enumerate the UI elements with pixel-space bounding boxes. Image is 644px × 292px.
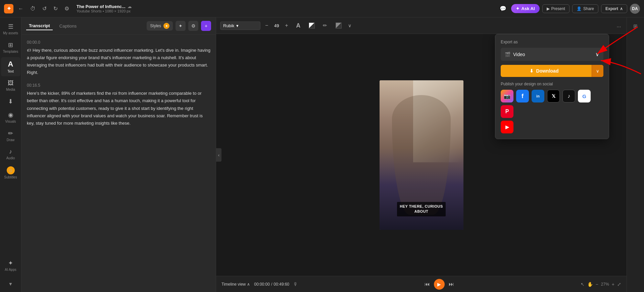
share-icon: 👤	[577, 6, 582, 11]
linkedin-icon: in	[536, 94, 540, 98]
layers-button[interactable]: ⊞	[630, 20, 642, 32]
instagram-icon: 📷	[504, 93, 510, 99]
transcript-add-button[interactable]: +	[201, 21, 211, 31]
zoom-out-button[interactable]: −	[596, 282, 598, 287]
cursor-tool-button[interactable]: ↖	[581, 282, 585, 287]
zoom-in-button[interactable]: +	[612, 282, 614, 287]
transcript-segment-0: 00:00.0 🏷Hey there, curious about the bu…	[27, 40, 210, 76]
tab-transcript[interactable]: Transcript	[26, 22, 53, 30]
social-icons-row: 📷 f in 𝕏 ♪	[501, 90, 603, 118]
font-selector[interactable]: Rubik ▾	[220, 22, 260, 30]
video-format-option[interactable]: 🎬 Video ∨	[501, 48, 603, 61]
facebook-icon: f	[522, 93, 524, 100]
chat-button[interactable]: 💬	[498, 4, 508, 13]
ask-ai-label: Ask AI	[522, 6, 535, 11]
video-format-label: Video	[513, 52, 525, 57]
rewind-button[interactable]: ⏮	[423, 280, 432, 289]
export-as-label: Export as	[501, 40, 603, 44]
translate-button[interactable]: ✦	[176, 21, 186, 31]
avatar: DA	[630, 4, 640, 14]
present-button[interactable]: ▶ Present	[542, 4, 569, 13]
canvas-more-button[interactable]: …	[615, 22, 623, 30]
social-pinterest-button[interactable]: P	[501, 105, 513, 118]
tab-captions[interactable]: Captions	[57, 22, 79, 30]
sidebar-item-subtitles[interactable]: ⊙ Subtitles	[1, 164, 20, 182]
sidebar-item-visuals[interactable]: ◉ Visuals	[1, 109, 20, 126]
social-tiktok-button[interactable]: ♪	[562, 90, 575, 102]
hand-tool-button[interactable]: ✋	[587, 282, 593, 287]
segment-time-0: 00:00.0	[27, 40, 210, 45]
collapse-panel-button[interactable]: ‹	[216, 148, 221, 162]
social-x-button[interactable]: 𝕏	[547, 90, 560, 102]
share-button[interactable]: 👤 Share	[572, 4, 598, 13]
transcript-segment-1: 00:16.5 Here's the kicker, 89% of market…	[27, 83, 210, 127]
color-fill-button-1[interactable]	[306, 20, 317, 31]
social-linkedin-button[interactable]: in	[532, 90, 544, 102]
title-area: The Power of Influenc... ☁ Youtube Short…	[74, 4, 495, 13]
font-size-increase-button[interactable]: +	[283, 22, 290, 29]
pen-tool-icon: ✏	[323, 23, 327, 29]
social-facebook-button[interactable]: f	[516, 90, 529, 102]
topbar: ✦ ← ⏱ ↺ ↻ ⚙ The Power of Influenc... ☁ Y…	[0, 0, 644, 17]
youtube-icon: ▶	[505, 124, 509, 130]
download-button[interactable]: ⬇ Download	[501, 65, 603, 77]
undo-button[interactable]: ↺	[40, 4, 49, 13]
timeline-view-button[interactable]: Timeline view ∧	[221, 282, 250, 287]
fast-forward-button[interactable]: ⏭	[447, 280, 456, 289]
transcript-header: Transcript Captions Styles ✦ ✦ ⚙ +	[21, 17, 216, 35]
text-format-icon: A	[296, 22, 300, 29]
export-label: Export	[605, 6, 618, 11]
ai-apps-icon: ✦	[8, 259, 13, 267]
social-google-button[interactable]: G	[578, 90, 591, 102]
redo-button[interactable]: ↻	[51, 4, 60, 13]
present-icon: ▶	[547, 6, 550, 11]
time-separator: /	[271, 282, 272, 287]
sidebar-item-text[interactable]: A Text	[1, 57, 20, 76]
sidebar-item-ai-apps[interactable]: ✦ AI Apps	[1, 257, 20, 275]
sidebar-item-my-assets[interactable]: ☰ My assets	[1, 20, 20, 38]
fullscreen-button[interactable]: ⤢	[617, 282, 621, 287]
video-option-left: 🎬 Video	[505, 52, 525, 57]
sidebar-item-audio[interactable]: ♪ Audio	[1, 145, 20, 163]
timeline-view-chevron-icon: ∧	[247, 282, 250, 287]
play-button[interactable]: ▶	[434, 279, 445, 290]
pen-tool-button[interactable]: ✏	[320, 20, 331, 31]
text-format-button[interactable]: A	[293, 20, 304, 31]
segment-text-0: 🏷Hey there, curious about the buzz aroun…	[27, 47, 210, 76]
segment-time-1: 00:16.5	[27, 83, 210, 88]
transcript-settings-button[interactable]: ⚙	[188, 21, 198, 31]
main-layout: ☰ My assets ⊞ Templates A Text 🖼 Media ⬇…	[0, 17, 644, 292]
social-instagram-button[interactable]: 📷	[501, 90, 513, 102]
sidebar-item-draw[interactable]: ✏ Draw	[1, 127, 20, 145]
export-dropdown: Export as 🎬 Video ∨ ⬇ Download ∨	[495, 34, 609, 139]
transcript-add-icon: +	[205, 23, 207, 29]
font-size-decrease-button[interactable]: −	[263, 22, 270, 29]
export-button[interactable]: Export ∧	[601, 4, 627, 13]
sidebar-label-media: Media	[6, 88, 15, 92]
color-fill-button-2[interactable]	[333, 20, 344, 31]
settings-button[interactable]: ⚙	[62, 4, 71, 13]
transcript-panel: Transcript Captions Styles ✦ ✦ ⚙ +	[21, 17, 216, 292]
social-youtube-button[interactable]: ▶	[501, 121, 513, 133]
ask-ai-button[interactable]: ✦ Ask AI	[511, 4, 540, 13]
layers-icon: ⊞	[633, 23, 638, 29]
sidebar-item-download[interactable]: ⬇	[1, 95, 20, 108]
styles-button[interactable]: Styles ✦	[147, 21, 173, 31]
back-button[interactable]: ←	[16, 4, 26, 13]
social-icons-row-2: ▶	[501, 121, 603, 133]
font-dropdown-icon: ▾	[236, 23, 239, 28]
tiktok-icon: ♪	[567, 93, 570, 99]
sidebar-item-templates[interactable]: ⊞ Templates	[1, 39, 20, 56]
sidebar-item-media[interactable]: 🖼 Media	[1, 77, 20, 94]
share-label: Share	[583, 6, 594, 11]
right-sidebar: ⊞	[627, 17, 644, 292]
sidebar-collapse-button[interactable]: ▼	[6, 279, 16, 289]
export-chevron-icon: ∧	[620, 6, 623, 11]
toolbar-expand-button[interactable]: ∨	[347, 22, 353, 30]
video-caption-text: HEY THERE, CURIOUS ABOUT	[397, 202, 446, 216]
microphone-button[interactable]: 🎙	[293, 282, 298, 287]
sidebar-label-draw: Draw	[7, 138, 14, 142]
history-button[interactable]: ⏱	[28, 4, 38, 13]
download-chevron-button[interactable]: ∨	[592, 65, 603, 77]
play-icon: ▶	[437, 282, 441, 287]
